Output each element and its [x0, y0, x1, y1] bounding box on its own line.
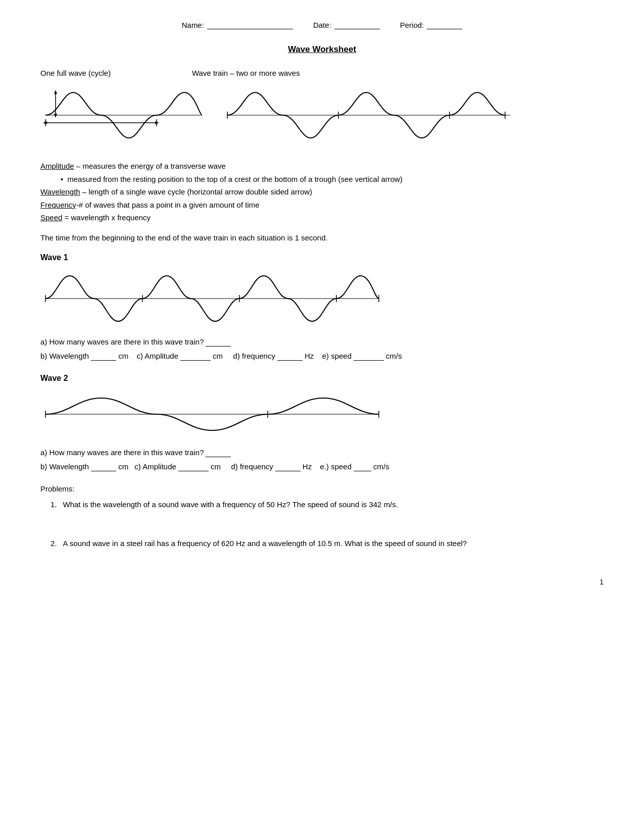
intro-wave-diagrams	[40, 82, 604, 150]
wave2-section: Wave 2 a) How many waves are there in th…	[40, 374, 604, 471]
wave1-amplitude-blank[interactable]	[180, 352, 211, 361]
intro-row: One full wave (cycle) Wave train – two o…	[40, 69, 604, 77]
wave1-section: Wave 1 a) How many waves are there in th…	[40, 253, 604, 361]
problems-section: Problems: 1. What is the wavelength of a…	[40, 484, 604, 548]
amplitude-bullet: • measured from the resting position to …	[40, 173, 604, 186]
wave2-amplitude-label: c) Amplitude	[134, 462, 176, 471]
wave1-wavelength-blank[interactable]	[91, 352, 116, 361]
intro-left-label: One full wave (cycle)	[40, 69, 192, 77]
bullet-symbol: •	[61, 173, 63, 186]
svg-marker-5	[43, 121, 47, 124]
wavelength-term: Wavelength	[40, 187, 80, 196]
page-title: Wave Worksheet	[40, 44, 604, 55]
wave2-cms: cm/s	[373, 462, 389, 471]
page-number: 1	[40, 578, 604, 586]
problem-1-text: What is the wavelength of a sound wave w…	[63, 500, 398, 509]
problem-2-text: A sound wave in a steel rail has a frequ…	[63, 539, 467, 548]
intro-right-label: Wave train – two or more waves	[192, 69, 300, 77]
amplitude-def: Amplitude – measures the energy of a tra…	[40, 160, 604, 173]
wave2-diagram-svg	[40, 389, 384, 439]
wave1-hz: Hz	[305, 352, 314, 360]
name-field: Name:	[182, 20, 293, 29]
frequency-term: Frequency	[40, 201, 76, 209]
wave1-diagram	[40, 268, 604, 330]
wave2-diagram	[40, 389, 604, 441]
frequency-def-text: -# of waves that pass a point in a given…	[76, 201, 260, 209]
period-field: Period:	[400, 20, 463, 29]
header-line: Name: Date: Period:	[40, 20, 604, 29]
wave1-cm1: cm	[118, 352, 128, 360]
speed-term: Speed	[40, 213, 62, 222]
wave2-question-a: a) How many waves are there in this wave…	[40, 448, 604, 457]
wave2-hz: Hz	[303, 462, 312, 471]
wave2-frequency-label: d) frequency	[231, 462, 273, 471]
wave2-title: Wave 2	[40, 374, 604, 383]
problem-1: 1. What is the wavelength of a sound wav…	[40, 500, 604, 509]
wave2-qa-blank[interactable]	[206, 448, 231, 457]
wave2-amplitude-blank[interactable]	[178, 462, 209, 471]
speed-def-text: = wavelength x frequency	[62, 213, 151, 222]
wave1-amplitude-label: c) Amplitude	[137, 352, 179, 360]
wave1-title: Wave 1	[40, 253, 604, 262]
wave2-wavelength-label: b) Wavelength	[40, 462, 89, 471]
wave1-wavelength-label: b) Wavelength	[40, 352, 89, 360]
wave1-frequency-blank[interactable]	[277, 352, 303, 361]
wave1-speed-blank[interactable]	[354, 352, 384, 361]
problem-2: 2. A sound wave in a steel rail has a fr…	[40, 539, 604, 548]
wave-train-svg	[222, 82, 515, 148]
wave1-qa-text: a) How many waves are there in this wave…	[40, 337, 204, 346]
one-full-wave-diagram	[40, 82, 212, 150]
wave2-speed-label: e.) speed	[320, 462, 352, 471]
frequency-def: Frequency-# of waves that pass a point i…	[40, 199, 604, 212]
problems-title: Problems:	[40, 484, 604, 493]
date-label: Date:	[313, 21, 331, 29]
wave1-qa-blank[interactable]	[206, 337, 231, 347]
amplitude-bullet-text: measured from the resting position to th…	[67, 173, 403, 186]
wave1-cm2: cm	[213, 352, 223, 360]
wavelength-def-text: – length of a single wave cycle (horizon…	[80, 187, 312, 196]
definitions-section: Amplitude – measures the energy of a tra…	[40, 160, 604, 224]
amplitude-term: Amplitude	[40, 162, 74, 170]
wave-train-diagram	[222, 82, 604, 150]
wave1-diagram-svg	[40, 268, 384, 329]
wave1-svg	[40, 82, 207, 148]
amplitude-def-text: – measures the energy of a transverse wa…	[74, 162, 226, 170]
wavelength-def: Wavelength – length of a single wave cyc…	[40, 185, 604, 199]
problem-2-number: 2.	[51, 539, 57, 548]
speed-def: Speed = wavelength x frequency	[40, 211, 604, 224]
wave2-cm1: cm	[118, 462, 128, 471]
wave2-wavelength-blank[interactable]	[91, 462, 116, 471]
wave1-cms: cm/s	[386, 352, 402, 360]
name-blank[interactable]	[207, 20, 293, 29]
wave2-qa-text: a) How many waves are there in this wave…	[40, 448, 204, 457]
wave1-measurements: b) Wavelength cm c) Amplitude cm d) freq…	[40, 352, 604, 361]
time-statement: The time from the beginning to the end o…	[40, 233, 604, 242]
date-field: Date:	[313, 20, 380, 29]
wave2-speed-blank[interactable]	[354, 462, 371, 471]
wave1-speed-label: e) speed	[322, 352, 352, 360]
wave1-frequency-label: d) frequency	[233, 352, 275, 360]
svg-marker-2	[54, 90, 57, 94]
svg-marker-6	[155, 121, 159, 124]
wave2-frequency-blank[interactable]	[275, 462, 301, 471]
date-blank[interactable]	[334, 20, 380, 29]
wave1-question-a: a) How many waves are there in this wave…	[40, 337, 604, 347]
wave2-cm2: cm	[211, 462, 221, 471]
period-label: Period:	[400, 21, 424, 29]
problem-1-number: 1.	[51, 500, 57, 509]
period-blank[interactable]	[427, 20, 462, 29]
wave2-measurements: b) Wavelength cm c) Amplitude cm d) freq…	[40, 462, 604, 471]
svg-marker-3	[54, 114, 57, 118]
name-label: Name:	[182, 21, 204, 29]
